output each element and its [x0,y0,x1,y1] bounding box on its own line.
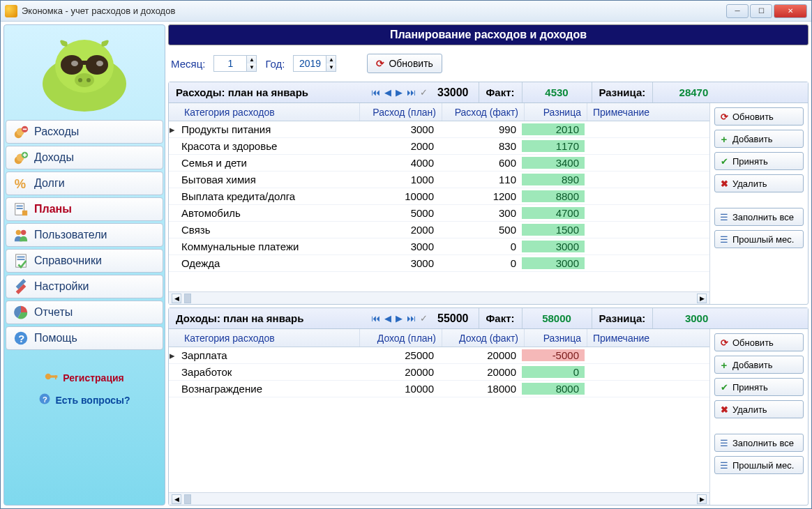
nav-users[interactable]: Пользователи [6,223,163,247]
scroll-thumb[interactable] [184,294,191,303]
svg-point-7 [87,78,91,82]
prev-month-button[interactable]: ☰Прошлый мес. [714,230,804,248]
table-row[interactable]: Заработок20000200000 [169,364,709,381]
col-fact[interactable]: Доход (факт) [442,329,525,347]
delete-button[interactable]: ✖Удалить [714,400,804,418]
add-button[interactable]: +Добавить [714,130,804,148]
expense-total: 33000 [428,86,479,99]
table-row[interactable]: Одежда300003000 [169,255,709,272]
register-link[interactable]: Регистрация [45,371,124,384]
year-spinner[interactable]: ▲▼ [293,55,336,72]
expense-panel: Расходы: план на январь ⏮ ◀ ▶ ⏭ ✓ 33000 … [168,82,809,305]
maximize-button[interactable]: ☐ [750,4,772,18]
nav-label: Доходы [34,151,74,164]
spin-up-icon[interactable]: ▲ [326,56,336,63]
table-row[interactable]: ▸Зарплата2500020000-5000 [169,347,709,364]
svg-rect-27 [17,257,25,258]
nav-expenses[interactable]: Расходы [6,120,163,144]
refresh-button[interactable]: ⟳Обновить [714,333,804,351]
delete-icon: ✖ [719,178,729,188]
next-icon[interactable]: ▶ [396,87,403,98]
last-icon[interactable]: ⏭ [407,313,416,324]
nav-help[interactable]: ? Помощь [6,326,163,350]
accept-button[interactable]: ✔Принять [714,152,804,170]
check-icon[interactable]: ✓ [420,87,428,98]
check-icon[interactable]: ✓ [420,313,428,324]
cell-fact: 0 [439,241,522,252]
table-row[interactable]: Красота и здоровье20008301170 [169,138,709,155]
col-plan[interactable]: Расход (план) [360,103,442,121]
accept-button[interactable]: ✔Принять [714,378,804,396]
spin-down-icon[interactable]: ▼ [326,63,336,71]
add-button[interactable]: +Добавить [714,356,804,374]
tools-icon [13,279,29,294]
svg-text:?: ? [43,395,47,404]
income-rows[interactable]: ▸Зарплата2500020000-5000Заработок2000020… [169,347,709,492]
month-spinner[interactable]: ▲▼ [213,55,257,72]
table-row[interactable]: Коммунальные платежи300003000 [169,238,709,255]
refresh-button[interactable]: ⟳ Обновить [367,54,442,73]
users-icon [13,227,29,243]
prev-icon[interactable]: ◀ [384,87,391,98]
table-row[interactable]: Автомобиль50003004700 [169,205,709,222]
first-icon[interactable]: ⏮ [371,313,380,324]
close-button[interactable]: ✕ [774,4,807,18]
cell-fact: 18000 [439,383,522,395]
expense-hscroll[interactable]: ◀ ▶ [169,291,709,304]
col-note[interactable]: Примечание [587,329,709,347]
svg-point-6 [78,78,82,82]
month-input[interactable] [214,58,246,69]
col-fact[interactable]: Расход (факт) [442,103,525,121]
prev-month-button[interactable]: ☰Прошлый мес. [714,456,804,474]
fill-all-button[interactable]: ☰Заполнить все [714,434,804,452]
table-row[interactable]: Выплата кредита/долга1000012008800 [169,188,709,205]
spin-down-icon[interactable]: ▼ [246,63,256,71]
scroll-thumb[interactable] [184,494,191,504]
questions-link[interactable]: ? Есть вопросы? [38,393,130,407]
table-row[interactable]: Связь20005001500 [169,222,709,238]
delete-button[interactable]: ✖Удалить [714,174,804,192]
scroll-left-icon[interactable]: ◀ [172,294,181,303]
col-note[interactable]: Примечание [587,103,709,121]
table-row[interactable]: Семья и дети40006003400 [169,155,709,172]
nav-arrows: ⏮ ◀ ▶ ⏭ ✓ [371,313,428,324]
expense-grid: Категория расходов Расход (план) Расход … [169,103,710,304]
svg-rect-21 [17,206,23,207]
fact-value: 58000 [522,308,592,328]
minimize-button[interactable]: ─ [726,4,749,18]
cell-category: Выплата кредита/долга [176,190,357,202]
scroll-right-icon[interactable]: ▶ [697,494,707,504]
last-icon[interactable]: ⏭ [407,87,416,98]
nav-debts[interactable]: % Долги [6,172,163,195]
expense-rows[interactable]: ▸Продукты питания30009902010Красота и зд… [169,121,709,291]
scroll-left-icon[interactable]: ◀ [172,494,181,504]
nav-settings[interactable]: Настройки [6,275,163,298]
nav-plans[interactable]: Планы [6,197,163,221]
col-plan[interactable]: Доход (план) [360,329,442,347]
nav-income[interactable]: Доходы [6,146,163,169]
fill-all-button[interactable]: ☰Заполнить все [714,208,804,226]
scroll-right-icon[interactable]: ▶ [697,294,707,303]
nav-references[interactable]: Справочники [6,249,163,273]
first-icon[interactable]: ⏮ [371,87,380,98]
col-diff[interactable]: Разница [525,103,587,121]
table-row[interactable]: Вознаграждение10000180008000 [169,381,709,397]
svg-point-25 [21,230,26,235]
spin-up-icon[interactable]: ▲ [246,56,256,63]
income-hscroll[interactable]: ◀ ▶ [169,492,709,505]
svg-rect-22 [17,208,23,209]
next-icon[interactable]: ▶ [396,313,403,324]
col-category[interactable]: Категория расходов [179,103,360,121]
year-input[interactable] [294,58,326,69]
col-diff[interactable]: Разница [525,329,587,347]
cell-diff: -5000 [522,349,585,361]
svg-rect-32 [51,375,58,377]
svg-point-24 [16,230,21,235]
nav-reports[interactable]: Отчеты [6,301,163,324]
table-row[interactable]: Бытовая химия1000110890 [169,172,709,188]
prev-icon[interactable]: ◀ [384,313,391,324]
col-category[interactable]: Категория расходов [179,329,360,347]
diff-value: 28470 [652,82,715,102]
refresh-button[interactable]: ⟳Обновить [714,107,804,126]
table-row[interactable]: ▸Продукты питания30009902010 [169,121,709,138]
